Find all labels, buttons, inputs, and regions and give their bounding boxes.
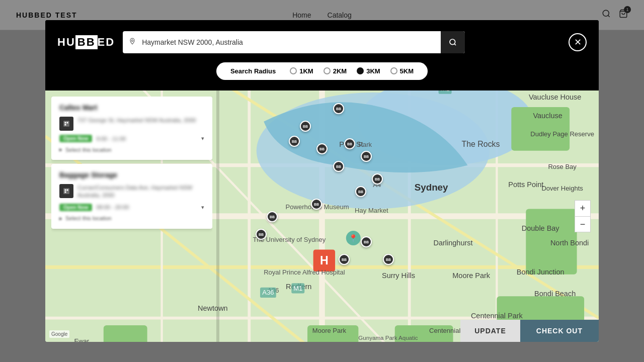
location-icon-1 <box>59 184 73 198</box>
search-submit-button[interactable] <box>441 31 465 53</box>
map-marker[interactable]: BB <box>361 236 372 247</box>
location-detail-1: Curran/Consumers Data Ave, Haymarket NSW… <box>59 184 204 200</box>
update-button[interactable]: UPDATE <box>460 320 520 342</box>
arrow-icon-1: ▸ <box>59 215 62 222</box>
svg-text:Darlinghurst: Darlinghurst <box>434 239 473 247</box>
map-controls: + − <box>575 200 591 232</box>
svg-text:Sydney: Sydney <box>415 182 448 193</box>
radius-2km[interactable]: 2KM <box>324 67 347 75</box>
svg-text:H: H <box>320 254 329 267</box>
map-zoom-in-button[interactable]: + <box>575 200 591 216</box>
hours-toggle-1[interactable]: ▾ <box>201 204 204 211</box>
map-marker[interactable]: BB <box>333 103 344 114</box>
svg-text:Ewar: Ewar <box>74 337 90 342</box>
modal-overlay: HUBBED <box>0 0 644 362</box>
panel-divider <box>216 90 219 342</box>
search-radius-row: Search Radius 1KM 2KM 3KM <box>57 62 587 80</box>
radius-5km[interactable]: 5KM <box>390 67 414 75</box>
svg-rect-83 <box>65 192 66 193</box>
svg-text:Dover Heights: Dover Heights <box>541 185 583 192</box>
radio-2km <box>324 67 331 74</box>
location-pin-icon <box>123 38 142 46</box>
svg-text:Double Bay: Double Bay <box>522 224 560 232</box>
radius-label: Search Radius <box>230 67 276 75</box>
modal-header: HUBBED <box>45 20 599 90</box>
location-card-1: Baggage Storage Curran/Consumers Data Av… <box>51 164 212 229</box>
svg-text:Bondi Beach: Bondi Beach <box>534 290 576 298</box>
location-detail-0: 737 George St, Haymarket NSW Australia, … <box>59 117 204 131</box>
svg-line-5 <box>454 44 456 45</box>
map-marker[interactable]: BB <box>383 254 394 265</box>
svg-text:Rose Bay: Rose Bay <box>548 163 577 170</box>
svg-point-3 <box>131 40 133 42</box>
hours-text-1: 08:00 - 20:00 <box>96 204 129 210</box>
map-marker[interactable]: BB <box>355 186 366 197</box>
map-marker[interactable]: BB <box>267 211 278 222</box>
svg-text:Dudley Page Reserve: Dudley Page Reserve <box>530 130 594 138</box>
locations-panel: Caltex Mart 737 George St, Haymarket NSW… <box>51 97 212 336</box>
svg-text:📍: 📍 <box>349 234 358 243</box>
radio-3km <box>357 67 364 74</box>
open-badge-1: Open Now <box>59 204 92 211</box>
select-location-1[interactable]: ▸ Select this location <box>59 215 204 222</box>
hours-toggle-0[interactable]: ▾ <box>201 135 204 142</box>
location-address-1: Curran/Consumers Data Ave, Haymarket NSW… <box>77 184 204 200</box>
map-marker[interactable]: BB <box>339 254 350 265</box>
map-marker[interactable]: BB <box>289 136 300 147</box>
svg-rect-79 <box>65 124 66 126</box>
svg-rect-77 <box>65 122 66 124</box>
svg-text:Moore Park: Moore Park <box>452 272 491 280</box>
select-location-0[interactable]: ▸ Select this location <box>59 146 204 153</box>
location-icon-0 <box>59 117 73 131</box>
modal-close-button[interactable]: ✕ <box>569 33 587 51</box>
hours-text-0: 9:00 - 11:00 <box>96 136 126 142</box>
svg-text:M1: M1 <box>293 285 302 292</box>
svg-rect-76 <box>63 121 69 127</box>
svg-rect-78 <box>67 122 68 124</box>
svg-text:Gunyama Park Aquatic: Gunyama Park Aquatic <box>358 335 418 341</box>
radius-3km[interactable]: 3KM <box>357 67 380 75</box>
radius-3km-label: 3KM <box>366 67 380 75</box>
svg-text:Surry Hills: Surry Hills <box>382 272 415 280</box>
location-modal: HUBBED <box>45 20 599 342</box>
svg-point-4 <box>450 39 455 45</box>
svg-text:Vaucluse: Vaucluse <box>533 112 562 120</box>
location-name-1: Baggage Storage <box>59 171 204 179</box>
svg-text:The Rocks: The Rocks <box>462 140 500 149</box>
open-hours-1: Open Now 08:00 - 20:00 ▾ <box>59 204 204 211</box>
svg-text:Vaucluse House: Vaucluse House <box>529 93 581 101</box>
location-search-input[interactable] <box>142 38 441 46</box>
location-card-0: Caltex Mart 737 George St, Haymarket NSW… <box>51 97 212 160</box>
modal-header-top: HUBBED <box>57 31 587 53</box>
svg-text:Royal Prince Alfred Hospital: Royal Prince Alfred Hospital <box>264 268 345 276</box>
radius-5km-label: 5KM <box>400 67 414 75</box>
radio-1km <box>290 67 297 74</box>
location-name-0: Caltex Mart <box>59 104 204 112</box>
map-marker[interactable]: BB <box>333 161 344 172</box>
svg-text:Bondi Junction: Bondi Junction <box>517 268 565 276</box>
search-bar <box>123 31 465 53</box>
svg-text:A36: A36 <box>262 289 274 296</box>
map-marker[interactable]: BB <box>344 138 355 149</box>
radius-1km-label: 1KM <box>299 67 313 75</box>
radius-1km[interactable]: 1KM <box>290 67 313 75</box>
open-hours-0: Open Now 9:00 - 11:00 ▾ <box>59 135 204 142</box>
map-marker[interactable]: BB <box>311 199 322 210</box>
svg-rect-80 <box>63 188 69 194</box>
open-badge-0: Open Now <box>59 135 92 142</box>
svg-text:Moore Park: Moore Park <box>312 327 347 334</box>
radio-5km <box>390 67 397 74</box>
checkout-button[interactable]: CHECK OUT <box>520 320 599 342</box>
map-marker[interactable]: BB <box>300 121 311 132</box>
svg-text:North Bondi: North Bondi <box>550 239 589 247</box>
map-marker[interactable]: BB <box>256 229 267 240</box>
svg-rect-81 <box>65 190 66 191</box>
map-marker[interactable]: BB <box>361 151 372 162</box>
svg-text:Hay Market: Hay Market <box>355 207 388 214</box>
select-location-label-0: Select this location <box>65 147 112 153</box>
map-marker[interactable]: BB <box>316 143 328 154</box>
map-zoom-out-button[interactable]: − <box>575 216 591 232</box>
svg-text:Park: Park <box>358 141 372 149</box>
modal-footer: UPDATE CHECK OUT <box>460 320 599 342</box>
map-marker[interactable]: BB <box>372 173 383 185</box>
